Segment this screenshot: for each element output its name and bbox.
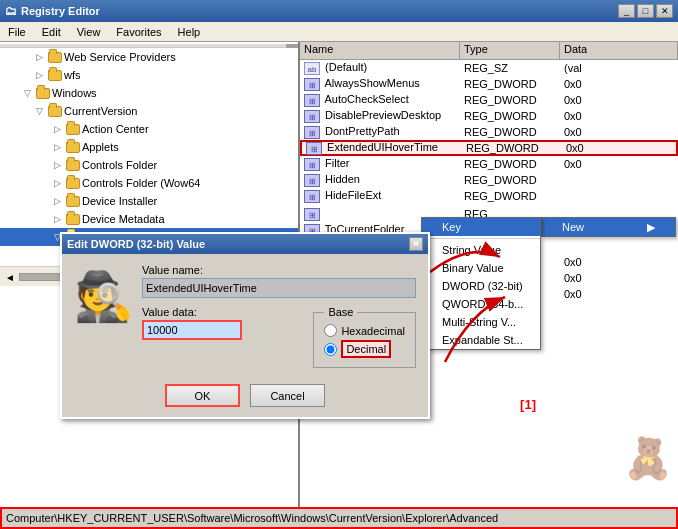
value-row-filter[interactable]: ⊞ Filter REG_DWORD 0x0 [300,156,678,172]
reg-icon: ⊞ [304,174,320,187]
menu-view[interactable]: View [69,24,109,40]
folder-icon [48,106,62,117]
menu-file[interactable]: File [0,24,34,40]
tree-arrow: ▷ [36,70,48,80]
tree-item-webservice[interactable]: ▷ Web Service Providers [0,48,298,66]
submenu-arrow-icon: ▶ [647,221,655,234]
dialog-value-name-input[interactable] [142,278,416,298]
submenu-binaryvalue[interactable]: Binary Value [422,259,540,277]
value-name: ⊞ HideFileExt [300,189,460,203]
dialog-close-button[interactable]: ✕ [409,237,423,251]
hexadecimal-label: Hexadecimal [341,325,405,337]
value-row-disablepreview[interactable]: ⊞ DisablePreviewDesktop REG_DWORD 0x0 [300,108,678,124]
submenu-separator [422,238,540,239]
context-menu-new[interactable]: New ▶ [542,218,675,236]
value-name: ⊞ ExtendedUIHoverTime [302,141,462,155]
status-text: Computer\HKEY_CURRENT_USER\Software\Micr… [6,512,498,524]
value-type: REG_DWORD [460,190,560,202]
submenu-dword[interactable]: DWORD (32-bit) [422,277,540,295]
tree-item-applets[interactable]: ▷ Applets [0,138,298,156]
value-data: 0x0 [560,288,678,300]
menu-bar: File Edit View Favorites Help [0,22,678,42]
submenu: Key String Value Binary Value DWORD (32-… [421,217,541,350]
decimal-radio[interactable] [324,343,337,356]
col-data-header[interactable]: Data [560,42,678,59]
reg-icon: ⊞ [304,78,320,91]
value-name: ⊞ AutoCheckSelect [300,93,460,107]
value-row-default[interactable]: ab (Default) REG_SZ (val [300,60,678,76]
tree-item-actioncenter[interactable]: ▷ Action Center [0,120,298,138]
dialog-body: 🕵️ Value name: Value data: Base [62,254,428,417]
col-type-header[interactable]: Type [460,42,560,59]
tree-item-currentversion[interactable]: ▽ CurrentVersion [0,102,298,120]
value-name: ⊞ Hidden [300,173,460,187]
tree-label: Controls Folder [82,159,157,171]
dialog-cancel-button[interactable]: Cancel [250,384,325,407]
dialog-ok-button[interactable]: OK [165,384,240,407]
value-data: 0x0 [560,126,678,138]
folder-icon [66,196,80,207]
submenu-key[interactable]: Key [422,218,540,236]
value-row-hidden[interactable]: ⊞ Hidden REG_DWORD [300,172,678,188]
value-row-dontprettypath[interactable]: ⊞ DontPrettyPath REG_DWORD 0x0 [300,124,678,140]
folder-icon [48,70,62,81]
folder-icon [66,178,80,189]
maximize-button[interactable]: □ [637,4,654,18]
folder-icon [66,214,80,225]
value-data: 0x0 [560,256,678,268]
value-data: 0x0 [562,142,676,154]
value-data: 0x0 [560,272,678,284]
status-bar: Computer\HKEY_CURRENT_USER\Software\Micr… [0,507,678,529]
value-row-extendedui[interactable]: ⊞ ExtendedUIHoverTime REG_DWORD 0x0 [300,140,678,156]
tree-arrow: ▷ [54,142,66,152]
reg-icon: ab [304,62,320,75]
value-name: ab (Default) [300,61,460,75]
radio-decimal[interactable]: Decimal [324,340,405,358]
dialog-mascot: 🕵️ [74,264,134,376]
value-row-hidefileext[interactable]: ⊞ HideFileExt REG_DWORD [300,188,678,204]
dialog-base-group: Base Hexadecimal Decimal [313,306,416,368]
tree-item-wfs[interactable]: ▷ wfs [0,66,298,84]
dialog-data-row: Value data: Base Hexadecimal Decim [142,306,416,368]
value-type: REG_SZ [460,62,560,74]
value-type: REG_DWORD [460,78,560,90]
tree-item-deviceinstaller[interactable]: ▷ Device Installer [0,192,298,210]
value-data: (val [560,62,678,74]
tree-item-devicemetadata[interactable]: ▷ Device Metadata [0,210,298,228]
value-data: 0x0 [560,94,678,106]
dialog-value-data-label: Value data: [142,306,303,318]
value-row-alwaysshowmenus[interactable]: ⊞ AlwaysShowMenus REG_DWORD 0x0 [300,76,678,92]
folder-icon [48,52,62,63]
main-area: Softwareoam.com ▷ Web Service Providers … [0,42,678,507]
submenu-expandable[interactable]: Expandable St... [422,331,540,349]
col-name-header[interactable]: Name [300,42,460,59]
value-type: REG_DWORD [460,110,560,122]
menu-favorites[interactable]: Favorites [108,24,169,40]
value-type: REG_DWORD [460,126,560,138]
minimize-button[interactable]: _ [618,4,635,18]
tree-arrow: ▷ [54,214,66,224]
value-name: ⊞ DisablePreviewDesktop [300,109,460,123]
menu-edit[interactable]: Edit [34,24,69,40]
close-button[interactable]: ✕ [656,4,673,18]
reg-icon: ⊞ [304,110,320,123]
tree-label: Applets [82,141,119,153]
tree-label: Device Installer [82,195,157,207]
submenu-stringvalue[interactable]: String Value [422,241,540,259]
value-row-autocheckselect[interactable]: ⊞ AutoCheckSelect REG_DWORD 0x0 [300,92,678,108]
reg-icon: ⊞ [304,190,320,203]
hexadecimal-radio[interactable] [324,324,337,337]
tree-label: Web Service Providers [64,51,176,63]
bracket-annotation: [1] [520,397,536,412]
dialog-value-data-input[interactable] [142,320,242,340]
radio-hexadecimal[interactable]: Hexadecimal [324,324,405,337]
tree-item-windows[interactable]: ▽ Windows [0,84,298,102]
reg-icon: ⊞ [304,158,320,171]
reg-icon: ⊞ [306,142,322,155]
tree-item-controlsfolder[interactable]: ▷ Controls Folder [0,156,298,174]
value-type: REG_DWORD [460,158,560,170]
submenu-multistring[interactable]: Multi-String V... [422,313,540,331]
tree-item-controlsfolder64[interactable]: ▷ Controls Folder (Wow64 [0,174,298,192]
menu-help[interactable]: Help [170,24,209,40]
submenu-qword[interactable]: QWORD (64-b... [422,295,540,313]
